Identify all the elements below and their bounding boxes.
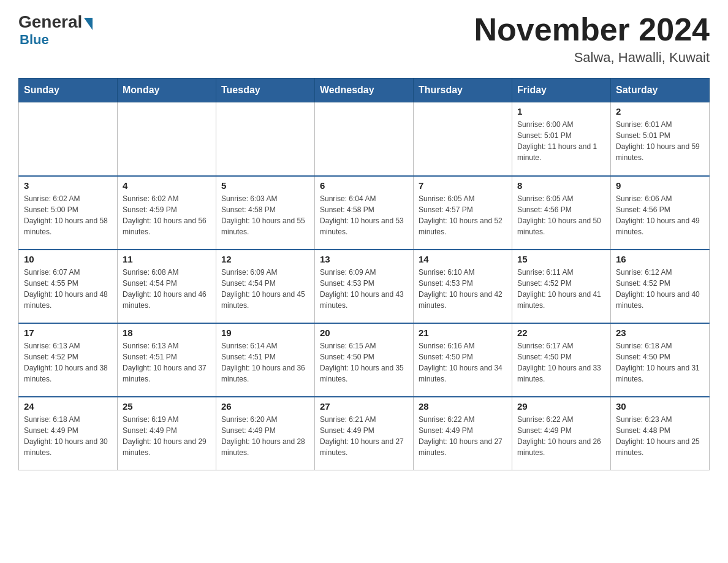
table-row: 21Sunrise: 6:16 AM Sunset: 4:50 PM Dayli… <box>414 323 512 397</box>
table-row: 25Sunrise: 6:19 AM Sunset: 4:49 PM Dayli… <box>118 397 216 470</box>
day-info: Sunrise: 6:02 AM Sunset: 5:00 PM Dayligh… <box>24 193 112 237</box>
day-number: 2 <box>616 106 704 117</box>
day-number: 14 <box>419 254 507 264</box>
day-info: Sunrise: 6:12 AM Sunset: 4:52 PM Dayligh… <box>616 267 704 311</box>
table-row: 3Sunrise: 6:02 AM Sunset: 5:00 PM Daylig… <box>19 176 118 250</box>
table-row: 26Sunrise: 6:20 AM Sunset: 4:49 PM Dayli… <box>216 397 315 470</box>
day-number: 4 <box>123 180 211 191</box>
calendar-header-row: Sunday Monday Tuesday Wednesday Thursday… <box>19 79 710 102</box>
logo-arrow-icon <box>84 18 93 30</box>
day-info: Sunrise: 6:14 AM Sunset: 4:51 PM Dayligh… <box>221 340 309 385</box>
logo: General Blue <box>18 12 93 48</box>
day-number: 16 <box>616 254 704 264</box>
table-row <box>118 102 216 176</box>
day-info: Sunrise: 6:22 AM Sunset: 4:49 PM Dayligh… <box>419 414 507 458</box>
col-tuesday: Tuesday <box>216 79 315 102</box>
calendar-week-row: 3Sunrise: 6:02 AM Sunset: 5:00 PM Daylig… <box>19 176 710 250</box>
table-row: 17Sunrise: 6:13 AM Sunset: 4:52 PM Dayli… <box>19 323 118 397</box>
col-wednesday: Wednesday <box>315 79 414 102</box>
day-number: 15 <box>517 254 605 264</box>
day-number: 25 <box>123 401 211 412</box>
day-number: 21 <box>419 327 507 338</box>
col-friday: Friday <box>512 79 611 102</box>
day-info: Sunrise: 6:07 AM Sunset: 4:55 PM Dayligh… <box>24 267 112 311</box>
logo-general-text: General <box>18 12 82 32</box>
day-info: Sunrise: 6:05 AM Sunset: 4:56 PM Dayligh… <box>517 193 605 237</box>
table-row: 4Sunrise: 6:02 AM Sunset: 4:59 PM Daylig… <box>118 176 216 250</box>
table-row: 16Sunrise: 6:12 AM Sunset: 4:52 PM Dayli… <box>611 250 710 323</box>
day-number: 23 <box>616 327 704 338</box>
table-row: 13Sunrise: 6:09 AM Sunset: 4:53 PM Dayli… <box>315 250 414 323</box>
day-number: 12 <box>221 254 309 264</box>
table-row: 6Sunrise: 6:04 AM Sunset: 4:58 PM Daylig… <box>315 176 414 250</box>
table-row: 28Sunrise: 6:22 AM Sunset: 4:49 PM Dayli… <box>414 397 512 470</box>
day-info: Sunrise: 6:21 AM Sunset: 4:49 PM Dayligh… <box>320 414 408 458</box>
table-row: 15Sunrise: 6:11 AM Sunset: 4:52 PM Dayli… <box>512 250 611 323</box>
day-number: 8 <box>517 180 605 191</box>
table-row: 8Sunrise: 6:05 AM Sunset: 4:56 PM Daylig… <box>512 176 611 250</box>
day-info: Sunrise: 6:01 AM Sunset: 5:01 PM Dayligh… <box>616 119 704 163</box>
day-number: 29 <box>517 401 605 412</box>
table-row: 29Sunrise: 6:22 AM Sunset: 4:49 PM Dayli… <box>512 397 611 470</box>
day-number: 18 <box>123 327 211 338</box>
day-number: 17 <box>24 327 112 338</box>
calendar-week-row: 17Sunrise: 6:13 AM Sunset: 4:52 PM Dayli… <box>19 323 710 397</box>
day-info: Sunrise: 6:10 AM Sunset: 4:53 PM Dayligh… <box>419 267 507 311</box>
day-info: Sunrise: 6:06 AM Sunset: 4:56 PM Dayligh… <box>616 193 704 237</box>
table-row: 27Sunrise: 6:21 AM Sunset: 4:49 PM Dayli… <box>315 397 414 470</box>
table-row: 2Sunrise: 6:01 AM Sunset: 5:01 PM Daylig… <box>611 102 710 176</box>
day-info: Sunrise: 6:23 AM Sunset: 4:48 PM Dayligh… <box>616 414 704 458</box>
table-row: 10Sunrise: 6:07 AM Sunset: 4:55 PM Dayli… <box>19 250 118 323</box>
col-thursday: Thursday <box>414 79 512 102</box>
calendar-table: Sunday Monday Tuesday Wednesday Thursday… <box>18 78 710 470</box>
table-row: 9Sunrise: 6:06 AM Sunset: 4:56 PM Daylig… <box>611 176 710 250</box>
day-info: Sunrise: 6:09 AM Sunset: 4:54 PM Dayligh… <box>221 267 309 311</box>
day-number: 7 <box>419 180 507 191</box>
table-row <box>414 102 512 176</box>
day-info: Sunrise: 6:11 AM Sunset: 4:52 PM Dayligh… <box>517 267 605 311</box>
day-info: Sunrise: 6:17 AM Sunset: 4:50 PM Dayligh… <box>517 340 605 385</box>
calendar-week-row: 10Sunrise: 6:07 AM Sunset: 4:55 PM Dayli… <box>19 250 710 323</box>
day-number: 6 <box>320 180 408 191</box>
col-sunday: Sunday <box>19 79 118 102</box>
logo-blue-text: Blue <box>20 32 49 48</box>
day-info: Sunrise: 6:19 AM Sunset: 4:49 PM Dayligh… <box>123 414 211 458</box>
day-number: 19 <box>221 327 309 338</box>
day-info: Sunrise: 6:09 AM Sunset: 4:53 PM Dayligh… <box>320 267 408 311</box>
day-info: Sunrise: 6:04 AM Sunset: 4:58 PM Dayligh… <box>320 193 408 237</box>
day-info: Sunrise: 6:16 AM Sunset: 4:50 PM Dayligh… <box>419 340 507 385</box>
col-saturday: Saturday <box>611 79 710 102</box>
table-row: 30Sunrise: 6:23 AM Sunset: 4:48 PM Dayli… <box>611 397 710 470</box>
table-row: 24Sunrise: 6:18 AM Sunset: 4:49 PM Dayli… <box>19 397 118 470</box>
day-number: 28 <box>419 401 507 412</box>
table-row: 5Sunrise: 6:03 AM Sunset: 4:58 PM Daylig… <box>216 176 315 250</box>
month-year-title: November 2024 <box>474 12 710 47</box>
calendar-week-row: 1Sunrise: 6:00 AM Sunset: 5:01 PM Daylig… <box>19 102 710 176</box>
table-row <box>315 102 414 176</box>
day-info: Sunrise: 6:02 AM Sunset: 4:59 PM Dayligh… <box>123 193 211 237</box>
day-info: Sunrise: 6:15 AM Sunset: 4:50 PM Dayligh… <box>320 340 408 385</box>
table-row: 22Sunrise: 6:17 AM Sunset: 4:50 PM Dayli… <box>512 323 611 397</box>
day-number: 3 <box>24 180 112 191</box>
day-info: Sunrise: 6:18 AM Sunset: 4:50 PM Dayligh… <box>616 340 704 385</box>
day-number: 9 <box>616 180 704 191</box>
day-info: Sunrise: 6:13 AM Sunset: 4:52 PM Dayligh… <box>24 340 112 385</box>
title-block: November 2024 Salwa, Hawalli, Kuwait <box>474 12 710 66</box>
table-row: 14Sunrise: 6:10 AM Sunset: 4:53 PM Dayli… <box>414 250 512 323</box>
day-info: Sunrise: 6:08 AM Sunset: 4:54 PM Dayligh… <box>123 267 211 311</box>
day-number: 26 <box>221 401 309 412</box>
day-info: Sunrise: 6:03 AM Sunset: 4:58 PM Dayligh… <box>221 193 309 237</box>
day-info: Sunrise: 6:18 AM Sunset: 4:49 PM Dayligh… <box>24 414 112 458</box>
col-monday: Monday <box>118 79 216 102</box>
table-row: 1Sunrise: 6:00 AM Sunset: 5:01 PM Daylig… <box>512 102 611 176</box>
day-info: Sunrise: 6:22 AM Sunset: 4:49 PM Dayligh… <box>517 414 605 458</box>
day-number: 1 <box>517 106 605 117</box>
calendar-week-row: 24Sunrise: 6:18 AM Sunset: 4:49 PM Dayli… <box>19 397 710 470</box>
day-number: 11 <box>123 254 211 264</box>
table-row: 23Sunrise: 6:18 AM Sunset: 4:50 PM Dayli… <box>611 323 710 397</box>
table-row <box>216 102 315 176</box>
day-number: 13 <box>320 254 408 264</box>
table-row: 18Sunrise: 6:13 AM Sunset: 4:51 PM Dayli… <box>118 323 216 397</box>
day-info: Sunrise: 6:05 AM Sunset: 4:57 PM Dayligh… <box>419 193 507 237</box>
day-number: 10 <box>24 254 112 264</box>
